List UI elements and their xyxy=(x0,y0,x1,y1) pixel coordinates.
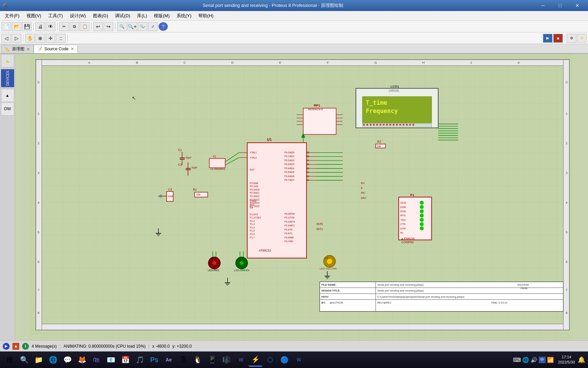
ae-button[interactable]: Ae xyxy=(162,353,176,367)
help-button[interactable]: ? xyxy=(158,22,168,31)
schematic-area[interactable]: A B C D E F G H J K 0 1 2 3 4 5 6 7 8 0 … xyxy=(15,54,588,340)
svg-text:RTS: RTS xyxy=(400,214,406,217)
chrome-button[interactable]: 🔵 xyxy=(277,353,291,367)
music-button[interactable]: 🎵 xyxy=(133,353,147,367)
svg-text:0: 0 xyxy=(566,80,567,84)
store-icon: 🛍 xyxy=(93,356,100,364)
music2-button[interactable]: 🎼 xyxy=(220,353,233,367)
select-tool[interactable]: ▲ xyxy=(1,89,14,102)
origin-button[interactable]: ⊕ xyxy=(35,34,45,43)
print-preview-button[interactable]: 👁 xyxy=(46,22,55,31)
nav-forward-button[interactable]: ▷ xyxy=(12,34,21,43)
notification-button[interactable]: 🔔 xyxy=(578,356,585,364)
svg-text:4: 4 xyxy=(566,201,568,204)
menu-view[interactable]: 视图(V) xyxy=(23,11,45,20)
wifi-icon[interactable]: 📶 xyxy=(547,357,554,363)
menu-tools[interactable]: 工具(T) xyxy=(45,11,66,20)
proteus-button[interactable]: ⚡ xyxy=(249,353,262,367)
close-button[interactable]: ✕ xyxy=(569,1,585,10)
tab-source-code[interactable]: 📝 Source Code ✕ xyxy=(34,45,78,53)
clock[interactable]: 17:14 2022/5/30 xyxy=(558,355,575,365)
new-button[interactable]: 📄 xyxy=(1,22,11,31)
browser-button[interactable]: 🌐 xyxy=(46,353,60,367)
toolbar2: ◁ ▷ ✋ ⊕ ✛ :: ▶ ■ ⚙ ⚡ xyxy=(0,32,588,44)
menu-help[interactable]: 帮助(H) xyxy=(195,11,217,20)
word2-button[interactable]: W xyxy=(292,353,306,367)
svg-text:DCD: DCD xyxy=(400,201,406,204)
svg-rect-164 xyxy=(412,124,414,126)
menu-debug[interactable]: 调试(D) xyxy=(112,11,134,20)
tab-source-close[interactable]: ✕ xyxy=(71,47,74,51)
svg-text:P3.1/TXD: P3.1/TXD xyxy=(284,216,294,219)
maximize-button[interactable]: □ xyxy=(552,1,568,10)
app5-button[interactable]: 🦊 xyxy=(75,353,89,367)
sound-icon[interactable]: 🔊 xyxy=(531,357,537,363)
svg-text:33pF: 33pF xyxy=(191,166,198,169)
redo-button[interactable]: ↪ xyxy=(104,22,113,31)
animation-status: ANIMATING: 0.800000000s (CPU load 15%) xyxy=(63,344,146,349)
svg-text:P3.6/WR: P3.6/WR xyxy=(284,236,294,239)
tab-schematic-label: 原理图 xyxy=(12,46,24,52)
svg-rect-155 xyxy=(383,124,385,126)
print-button[interactable]: 🖨 xyxy=(35,22,45,31)
fit-button[interactable]: ⤢ xyxy=(148,22,158,31)
mail-button[interactable]: 📧 xyxy=(104,353,118,367)
database-button[interactable]: 🗄 xyxy=(176,353,190,367)
schematic-tab-icon: 📐 xyxy=(5,47,10,51)
cross-button[interactable]: ✛ xyxy=(46,34,55,43)
svg-text:F: F xyxy=(327,61,329,64)
stop-indicator[interactable]: ■ xyxy=(12,343,19,350)
grid-button[interactable]: :: xyxy=(56,34,66,43)
find-button[interactable]: 🔍 xyxy=(117,22,127,31)
calendar-button[interactable]: 📅 xyxy=(118,353,132,367)
svg-text:39: 39 xyxy=(306,151,309,154)
minimize-button[interactable]: ─ xyxy=(535,1,551,10)
debug1-button[interactable]: ⚙ xyxy=(567,34,576,43)
svg-text:INT0: INT0 xyxy=(316,222,323,226)
svg-text:P1.7: P1.7 xyxy=(250,236,255,239)
zoom-out-button[interactable]: 🔍- xyxy=(138,22,147,31)
stop-button[interactable]: ■ xyxy=(553,34,563,43)
windows-start-button[interactable]: ⊞ xyxy=(3,353,17,367)
android-button[interactable]: 📱 xyxy=(205,353,219,367)
search-taskbar-button[interactable]: 🔍 xyxy=(17,353,31,367)
store-button[interactable]: 🛍 xyxy=(90,353,103,367)
menu-design[interactable]: 设计(W) xyxy=(66,11,90,20)
svg-text:D3: D3 xyxy=(325,256,328,260)
menu-library[interactable]: 库(L) xyxy=(134,11,150,20)
svg-rect-154 xyxy=(380,124,381,126)
svg-text:P1.0/T2: P1.0/T2 xyxy=(250,213,258,216)
menu-graph[interactable]: 图表(G) xyxy=(90,11,112,20)
zoom-in-button[interactable]: 🔍+ xyxy=(127,22,137,31)
menu-template[interactable]: 模版(M) xyxy=(150,11,173,20)
move-button[interactable]: ✋ xyxy=(25,34,35,43)
ow-tool[interactable]: OW xyxy=(1,102,14,115)
file-explorer-button[interactable]: 📁 xyxy=(32,353,45,367)
nav-back-button[interactable]: ◁ xyxy=(1,34,11,43)
undo-button[interactable]: ↩ xyxy=(93,22,103,31)
play-indicator[interactable]: ▶ xyxy=(3,343,10,350)
word-button[interactable]: W xyxy=(234,353,248,367)
cut-button[interactable]: ✂ xyxy=(59,22,69,31)
paste-button[interactable]: 📋 xyxy=(80,22,90,31)
debug2-button[interactable]: ⚡ xyxy=(577,34,587,43)
menu-file[interactable]: 文件(F) xyxy=(1,11,23,20)
linux-button[interactable]: 🐧 xyxy=(191,353,204,367)
tabbar: 📐 原理图 ✕ 📝 Source Code ✕ xyxy=(0,44,588,54)
menu-system[interactable]: 系统(Y) xyxy=(173,11,195,20)
svg-text:U1: U1 xyxy=(267,137,272,142)
run-button[interactable]: ▶ xyxy=(543,34,553,43)
tab-schematic-close[interactable]: ✕ xyxy=(27,47,30,52)
wechat-button[interactable]: 💬 xyxy=(61,353,74,367)
svg-text:P0.0/AD0: P0.0/AD0 xyxy=(284,151,294,154)
svg-rect-156 xyxy=(386,124,388,126)
vscode-button[interactable]: ⬡ xyxy=(263,353,277,367)
save-button[interactable]: 💾 xyxy=(22,22,32,31)
svg-text:↖: ↖ xyxy=(132,95,136,101)
photoshop-button[interactable]: Ps xyxy=(147,353,161,367)
open-button[interactable]: 📂 xyxy=(12,22,21,31)
copy-button[interactable]: ⧉ xyxy=(70,22,79,31)
network-icon[interactable]: 🌐 xyxy=(522,357,529,363)
ime-zh-icon[interactable]: 中 xyxy=(539,357,546,363)
tab-schematic[interactable]: 📐 原理图 ✕ xyxy=(1,45,34,53)
